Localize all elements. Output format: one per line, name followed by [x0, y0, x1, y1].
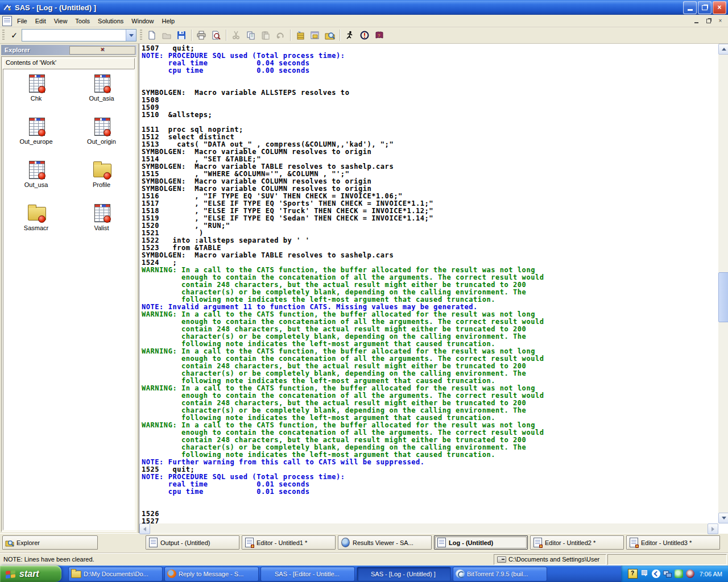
- dataset-icon: [92, 160, 111, 180]
- menu-item[interactable]: File: [13, 16, 31, 26]
- explorer-icon[interactable]: [322, 28, 337, 42]
- explorer-item[interactable]: Profile: [69, 160, 134, 198]
- library-window-icon[interactable]: [308, 28, 322, 42]
- taskbar-button[interactable]: D:\My Documents\Do...: [68, 567, 163, 581]
- mdi-minimize-button[interactable]: [691, 16, 702, 26]
- explorer-item-label: Out_europe: [19, 138, 52, 145]
- explorer-item[interactable]: Out_origin: [69, 117, 134, 155]
- window-title: SAS - [Log - (Untitled) ]: [15, 3, 682, 12]
- scroll-down-icon[interactable]: [718, 513, 728, 523]
- window-tab[interactable]: Editor - Untitled3 *: [626, 535, 720, 550]
- taskbar-button[interactable]: SAS - [Editor - Untitle...: [260, 567, 355, 581]
- close-button[interactable]: ×: [713, 1, 726, 14]
- taskbar-button-icon: [167, 569, 176, 578]
- save-icon[interactable]: [174, 28, 189, 42]
- help-book-icon[interactable]: ?: [372, 28, 387, 42]
- taskbar-button[interactable]: Reply to Message - S...: [164, 567, 259, 581]
- new-icon[interactable]: [144, 28, 159, 42]
- red-dot-badge: [38, 86, 46, 93]
- dataset-icon: [92, 203, 111, 223]
- dataset-icon: [92, 117, 111, 136]
- dataset-icon: [92, 74, 111, 93]
- command-input[interactable]: [22, 30, 126, 41]
- network-tray-icon[interactable]: [663, 569, 672, 578]
- explorer-item[interactable]: Out_europe: [3, 117, 69, 155]
- vertical-scroll-thumb[interactable]: [718, 272, 728, 322]
- explorer-item[interactable]: Valist: [69, 203, 134, 241]
- explorer-item-label: Profile: [93, 181, 110, 188]
- log-text: 1507 quit;NOTE: PROCEDURE SQL used (Tota…: [139, 44, 718, 523]
- toolbar-grip[interactable]: [2, 30, 5, 41]
- submit-icon[interactable]: [342, 28, 357, 42]
- start-button[interactable]: start: [0, 566, 61, 582]
- client-area: Explorer ✕ Contents of 'Work' Ch: [0, 44, 728, 533]
- window-tab-icon: [245, 538, 254, 547]
- windows-flag-icon: [5, 569, 16, 579]
- explorer-item[interactable]: Chk: [3, 74, 69, 111]
- hardware-arrow-tray-icon[interactable]: [640, 569, 649, 578]
- menu-item[interactable]: Solutions: [94, 16, 127, 26]
- print-icon[interactable]: [194, 28, 209, 42]
- log-line: [142, 74, 718, 82]
- status-extra-panel: [607, 554, 727, 565]
- red-dot-badge: [104, 86, 111, 93]
- minimize-button[interactable]: [683, 1, 697, 14]
- help-question-tray-icon[interactable]: ?: [628, 569, 638, 579]
- dataset-icon: [27, 203, 46, 223]
- cut-icon[interactable]: [229, 28, 243, 42]
- window-tab-label: Editor - Untitled1 *: [257, 539, 307, 546]
- open-icon[interactable]: [159, 28, 174, 42]
- toolbar-grip2[interactable]: [140, 30, 142, 41]
- horizontal-scrollbar[interactable]: [139, 523, 718, 533]
- log-window-icon[interactable]: [2, 16, 12, 26]
- window-tab-label: Editor - Untitled2 *: [545, 539, 595, 546]
- window-tab[interactable]: Results Viewer - SA...: [338, 535, 432, 550]
- window-tab[interactable]: Log - (Untitled): [434, 535, 528, 550]
- window-tab[interactable]: Output - (Untitled): [146, 535, 239, 550]
- scroll-right-icon[interactable]: [708, 523, 718, 534]
- vertical-scrollbar[interactable]: [718, 44, 728, 523]
- dataset-icon: [27, 117, 46, 136]
- bittorrent-tray-icon[interactable]: [686, 569, 694, 578]
- scroll-left-icon[interactable]: [139, 523, 150, 534]
- paste-icon[interactable]: [258, 28, 273, 42]
- scroll-up-icon[interactable]: [718, 44, 728, 55]
- explorer-item[interactable]: Out_usa: [3, 160, 69, 198]
- taskbar-button[interactable]: SAS - [Log - (Untitled) ]: [357, 567, 451, 581]
- copy-icon[interactable]: [243, 28, 258, 42]
- command-dropdown-icon[interactable]: [126, 30, 136, 41]
- clock[interactable]: 7:06 AM: [700, 571, 722, 577]
- explorer-item-label: Out_asia: [89, 95, 114, 102]
- new-library-icon[interactable]: [293, 28, 308, 42]
- mdi-close-button[interactable]: ×: [715, 16, 726, 26]
- log-view[interactable]: 1507 quit;NOTE: PROCEDURE SQL used (Tota…: [139, 44, 728, 533]
- window-tab-label: Log - (Untitled): [449, 539, 493, 546]
- break-icon[interactable]: [357, 28, 372, 42]
- hide-icons-chevron-icon[interactable]: [652, 569, 660, 578]
- explorer-close-icon[interactable]: ✕: [69, 46, 135, 55]
- undo-icon[interactable]: [273, 28, 288, 42]
- mdi-restore-button[interactable]: [703, 16, 714, 26]
- command-check-icon[interactable]: ✓: [7, 28, 22, 42]
- explorer-item[interactable]: Out_asia: [69, 74, 134, 111]
- explorer-contents-label: Contents of 'Work': [3, 58, 135, 69]
- menu-item[interactable]: Help: [158, 16, 179, 26]
- menu-item[interactable]: Edit: [31, 16, 50, 26]
- explorer-item[interactable]: Sasmacr: [3, 203, 69, 241]
- log-line: SYMBOLGEN: Macro variable ALLSTEPS resol…: [142, 89, 718, 97]
- taskbar-button[interactable]: BitTorrent 7.9.5 (buil...: [453, 567, 547, 581]
- explorer-docked-tab[interactable]: Explorer: [2, 535, 98, 550]
- window-tab[interactable]: Editor - Untitled1 *: [242, 535, 336, 550]
- menu-item[interactable]: Window: [127, 16, 158, 26]
- explorer-item-label: Sasmacr: [24, 225, 48, 231]
- log-line: 1510 &allsteps;: [142, 111, 718, 119]
- status-path: C:\Documents and Settings\User: [508, 556, 599, 563]
- restore-button[interactable]: [698, 1, 712, 14]
- explorer-item-list: Chk Out_asia: [3, 69, 135, 530]
- window-tab[interactable]: Editor - Untitled2 *: [530, 535, 624, 550]
- toolbar: ✓: [0, 27, 728, 44]
- green-status-tray-icon[interactable]: [675, 569, 683, 578]
- menu-item[interactable]: Tools: [71, 16, 94, 26]
- print-preview-icon[interactable]: [209, 28, 224, 42]
- menu-item[interactable]: View: [50, 16, 72, 26]
